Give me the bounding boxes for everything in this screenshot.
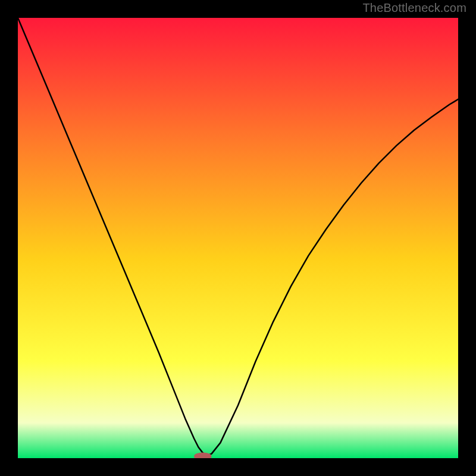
gradient-background (18, 18, 458, 458)
watermark-label: TheBottleneck.com (362, 1, 466, 15)
plot-area (18, 18, 458, 458)
chart-svg (18, 18, 458, 458)
chart-frame: TheBottleneck.com (0, 0, 476, 476)
